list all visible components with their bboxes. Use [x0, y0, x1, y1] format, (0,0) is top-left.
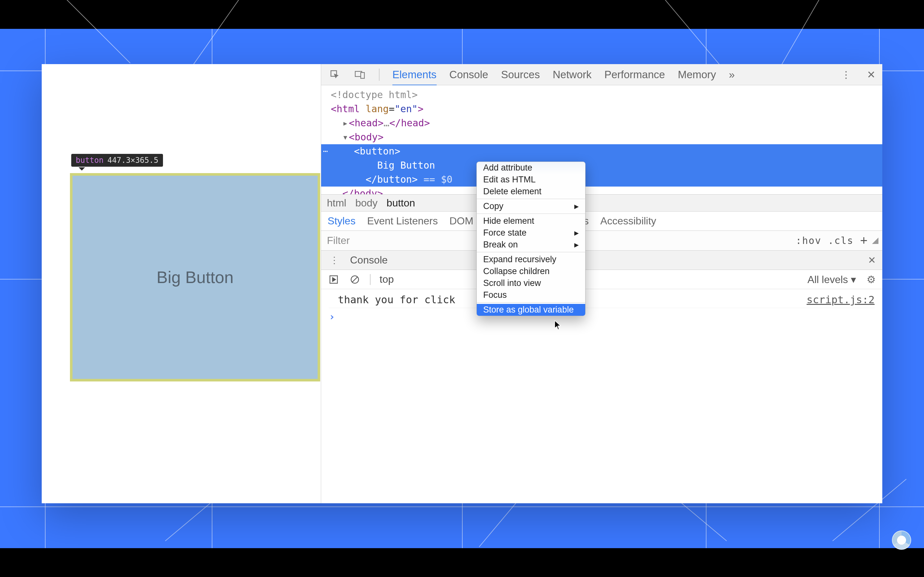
drawer-close-icon[interactable]: ✕: [866, 254, 878, 266]
svg-rect-2: [360, 73, 364, 78]
chrome-logo: [892, 530, 911, 550]
devtools-panel: Elements Console Sources Network Perform…: [321, 64, 882, 503]
console-body[interactable]: thank you for click script.js:2 ›: [321, 289, 882, 503]
ctx-edit-as-html[interactable]: Edit as HTML: [477, 174, 585, 185]
console-levels[interactable]: All levels ▾: [808, 274, 856, 285]
console-context[interactable]: top: [380, 274, 394, 285]
tab-memory[interactable]: Memory: [678, 69, 716, 81]
ctx-focus[interactable]: Focus: [477, 289, 585, 301]
stab-styles[interactable]: Styles: [328, 215, 355, 232]
tab-console[interactable]: Console: [449, 69, 488, 81]
crumb-button[interactable]: button: [387, 197, 415, 209]
ctx-delete-element[interactable]: Delete element: [477, 185, 585, 197]
close-icon[interactable]: ✕: [865, 69, 877, 81]
ctx-expand-recursively[interactable]: Expand recursively: [477, 253, 585, 266]
page-pane: button 447.3×365.5 Big Button: [42, 64, 321, 503]
devtools-tab-bar: Elements Console Sources Network Perform…: [321, 64, 882, 85]
console-log-row: thank you for click script.js:2: [329, 292, 875, 308]
ctx-hide-element[interactable]: Hide element: [477, 215, 585, 227]
console-source-link[interactable]: script.js:2: [806, 293, 875, 306]
console-settings-icon[interactable]: ⚙: [865, 274, 877, 285]
tab-network[interactable]: Network: [553, 69, 591, 81]
tab-performance[interactable]: Performance: [604, 69, 665, 81]
ctx-copy[interactable]: Copy▶: [477, 200, 585, 212]
ctx-break-on[interactable]: Break on▶: [477, 239, 585, 251]
drawer-tab-console[interactable]: Console: [350, 254, 388, 266]
dom-doctype: <!doctype html>: [331, 89, 418, 100]
console-toolbar: top All levels ▾ ⚙: [321, 270, 882, 289]
crumb-body[interactable]: body: [355, 197, 377, 209]
styles-tab-bar: Styles Event Listeners DOM Breakpoints P…: [321, 211, 882, 231]
stab-event-listeners[interactable]: Event Listeners: [367, 215, 438, 227]
tooltip-dimensions: 447.3×365.5: [107, 156, 158, 165]
tab-more[interactable]: »: [729, 69, 735, 81]
context-menu: Add attribute Edit as HTML Delete elemen…: [477, 161, 586, 316]
big-button[interactable]: Big Button: [70, 173, 320, 382]
kebab-icon[interactable]: ⋮: [840, 69, 852, 81]
corner-handle[interactable]: [872, 237, 879, 244]
styles-filter-row: Filter :hov .cls +: [321, 231, 882, 251]
crumb-html[interactable]: html: [327, 197, 346, 209]
tooltip-arrow: [79, 167, 85, 174]
ctx-scroll-into-view[interactable]: Scroll into view: [477, 277, 585, 289]
breadcrumb: html body button: [321, 194, 882, 211]
stab-accessibility[interactable]: Accessibility: [600, 215, 656, 227]
console-clear-icon[interactable]: [349, 274, 361, 285]
console-log-message: thank you for click: [338, 293, 455, 306]
new-style-rule-icon[interactable]: +: [860, 234, 867, 248]
browser-window: button 447.3×365.5 Big Button Elements C…: [42, 64, 882, 503]
tab-elements[interactable]: Elements: [393, 69, 437, 86]
inspect-icon[interactable]: [329, 69, 341, 81]
ctx-add-attribute[interactable]: Add attribute: [477, 162, 585, 174]
hov-cls-toggles[interactable]: :hov .cls: [796, 235, 854, 246]
svg-line-5: [352, 277, 357, 282]
big-button-label: Big Button: [157, 268, 234, 287]
console-play-icon[interactable]: [328, 274, 340, 285]
ctx-store-as-global[interactable]: Store as global variable: [477, 304, 585, 316]
ctx-force-state[interactable]: Force state▶: [477, 227, 585, 239]
tab-sources[interactable]: Sources: [501, 69, 540, 81]
dom-selected-row[interactable]: ⋯ <button>: [321, 144, 882, 158]
ctx-collapse-children[interactable]: Collapse children: [477, 266, 585, 277]
inspect-tooltip: button 447.3×365.5: [71, 154, 163, 167]
console-drawer-tabs: ⋮ Console ✕: [321, 251, 882, 270]
tooltip-tag: button: [76, 156, 103, 165]
console-prompt[interactable]: ›: [329, 308, 875, 323]
dom-tree[interactable]: <!doctype html> <html lang="en"> ▸<head>…: [321, 85, 882, 194]
drawer-kebab-icon[interactable]: ⋮: [328, 254, 341, 266]
device-toggle-icon[interactable]: [354, 69, 366, 81]
